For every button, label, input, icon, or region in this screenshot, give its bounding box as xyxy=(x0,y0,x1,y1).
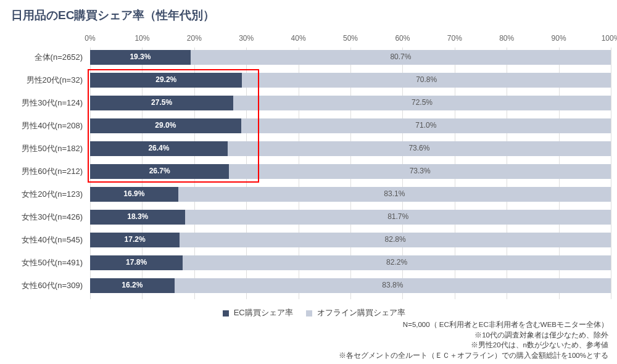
category-label: 男性60代(n=212) xyxy=(0,166,83,177)
value-ec: 16.9% xyxy=(90,189,178,198)
axis-tick: 0% xyxy=(85,34,95,43)
axis-tick: 60% xyxy=(395,34,410,43)
footnotes: N=5,000（ EC利用者とEC非利用者を含むWEBモニター全体） ※10代の… xyxy=(339,320,608,361)
chart-title: 日用品のEC購買シェア率（性年代別） xyxy=(0,0,617,23)
bar-row: 全体(n=2652)19.3%80.7% xyxy=(90,50,611,65)
axis-tick: 30% xyxy=(239,34,254,43)
axis-tick: 70% xyxy=(447,34,462,43)
value-ec: 19.3% xyxy=(90,52,191,61)
axis-tick: 80% xyxy=(499,34,514,43)
legend: EC購買シェア率 オフライン購買シェア率 xyxy=(0,307,617,318)
value-offline: 80.7% xyxy=(191,52,611,61)
value-ec: 27.5% xyxy=(90,98,233,107)
footnote-line: ※男性20代は、n数が少ないため、参考値 xyxy=(339,340,608,350)
bar-row: 男性60代(n=212)26.7%73.3% xyxy=(90,164,611,179)
category-label: 女性50代(n=491) xyxy=(0,257,83,268)
value-offline: 71.0% xyxy=(241,121,611,130)
value-offline: 82.2% xyxy=(183,258,611,267)
value-ec: 29.2% xyxy=(90,75,242,84)
value-ec: 18.3% xyxy=(90,212,185,221)
gridline xyxy=(611,48,611,299)
footnote-line: ※各セグメントの全ルート（ＥＣ＋オフライン）での購入金額総計を100%とする xyxy=(339,350,608,361)
bar-row: 男性50代(n=182)26.4%73.6% xyxy=(90,141,611,156)
value-offline: 81.7% xyxy=(185,212,611,221)
value-ec: 16.2% xyxy=(90,281,175,289)
value-offline: 72.5% xyxy=(233,98,611,107)
value-ec: 17.8% xyxy=(90,258,183,267)
bar-row: 女性40代(n=545)17.2%82.8% xyxy=(90,233,611,247)
value-offline: 73.6% xyxy=(228,144,611,152)
chart-area: 0%10%20%30%40%50%60%70%80%90%100% 全体(n=2… xyxy=(0,34,617,299)
bar-row: 男性40代(n=208)29.0%71.0% xyxy=(90,118,611,133)
bar-row: 男性20代(n=32)29.2%70.8% xyxy=(90,73,611,88)
category-label: 女性20代(n=123) xyxy=(0,189,83,200)
category-label: 女性30代(n=426) xyxy=(0,212,83,223)
value-offline: 70.8% xyxy=(242,75,611,84)
bar-row: 女性50代(n=491)17.8%82.2% xyxy=(90,255,611,270)
legend-swatch-ec xyxy=(223,310,229,316)
legend-label-ec: EC購買シェア率 xyxy=(234,308,293,317)
plot-area: 全体(n=2652)19.3%80.7%男性20代(n=32)29.2%70.8… xyxy=(90,48,611,299)
value-ec: 26.4% xyxy=(90,144,228,152)
category-label: 女性40代(n=545) xyxy=(0,234,83,246)
axis-tick: 90% xyxy=(552,34,566,43)
axis-tick: 100% xyxy=(602,34,617,43)
value-offline: 73.3% xyxy=(229,167,611,175)
value-offline: 83.1% xyxy=(178,189,611,198)
value-ec: 17.2% xyxy=(90,235,180,244)
value-ec: 29.0% xyxy=(90,121,241,130)
category-label: 男性50代(n=182) xyxy=(0,143,83,154)
footnote-line: N=5,000（ EC利用者とEC非利用者を含むWEBモニター全体） xyxy=(339,320,608,330)
category-label: 男性20代(n=32) xyxy=(0,75,83,86)
category-label: 男性30代(n=124) xyxy=(0,97,83,109)
bar-row: 女性20代(n=123)16.9%83.1% xyxy=(90,187,611,202)
footnote-line: ※10代の調査対象者は僅少なため、除外 xyxy=(339,330,608,341)
axis-tick: 40% xyxy=(291,34,306,43)
axis-tick: 20% xyxy=(187,34,202,43)
bar-row: 男性30代(n=124)27.5%72.5% xyxy=(90,96,611,110)
category-label: 女性60代(n=309) xyxy=(0,280,83,291)
value-offline: 82.8% xyxy=(180,235,611,244)
legend-label-off: オフライン購買シェア率 xyxy=(317,308,405,317)
value-offline: 83.8% xyxy=(175,281,611,289)
axis-tick: 50% xyxy=(343,34,358,43)
value-ec: 26.7% xyxy=(90,167,229,175)
x-axis: 0%10%20%30%40%50%60%70%80%90%100% xyxy=(90,34,611,46)
category-label: 全体(n=2652) xyxy=(0,52,83,63)
axis-tick: 10% xyxy=(135,34,149,43)
bar-row: 女性60代(n=309)16.2%83.8% xyxy=(90,278,611,293)
category-label: 男性40代(n=208) xyxy=(0,120,83,131)
bar-row: 女性30代(n=426)18.3%81.7% xyxy=(90,210,611,225)
legend-swatch-off xyxy=(306,310,312,316)
